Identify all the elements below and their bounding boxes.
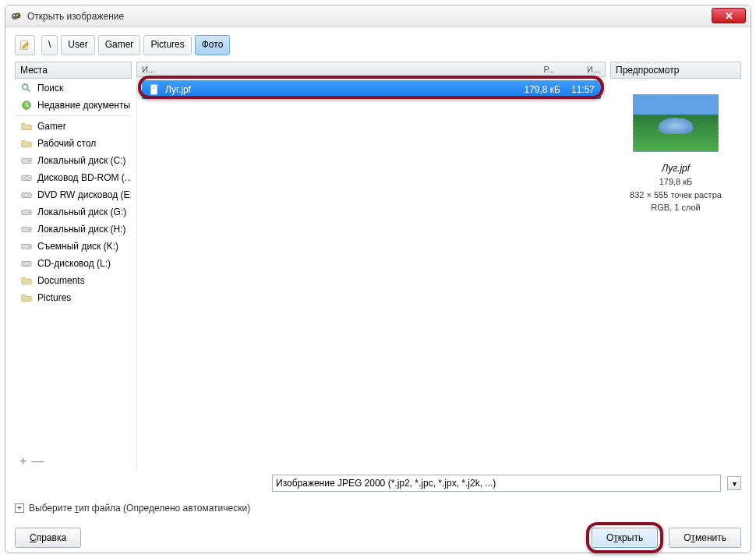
places-item-label: Локальный диск (G:): [37, 207, 126, 217]
filetype-label: Выберите тип файла (Определено автоматич…: [29, 503, 250, 514]
col-name: И...: [142, 65, 500, 74]
places-item[interactable]: DVD RW дисковод (E:): [16, 186, 131, 203]
breadcrumb: \ User Gamer Pictures Фото: [15, 35, 741, 55]
places-item-label: Недавние документы: [37, 100, 130, 111]
preview-dimensions: 832 × 555 точек растра: [630, 189, 722, 202]
places-item[interactable]: Локальный диск (G:): [16, 203, 131, 221]
file-list-panel: И... Р... И... Луг.jpf 179,8 кБ 11:57: [136, 62, 606, 470]
breadcrumb-item-root[interactable]: \: [41, 35, 58, 55]
places-add-remove: + —: [15, 453, 132, 470]
app-icon: [10, 10, 23, 23]
preview-header: Предпросмотр: [610, 62, 741, 79]
svg-point-11: [25, 176, 28, 179]
bdrom-icon: [20, 171, 33, 184]
svg-rect-23: [152, 87, 155, 88]
preview-thumbnail: [633, 94, 719, 152]
svg-rect-24: [152, 88, 155, 89]
preview-size: 179,8 кБ: [630, 175, 722, 189]
preview-mode: RGB, 1 слой: [630, 201, 722, 214]
file-row[interactable]: Луг.jpf 179,8 кБ 11:57: [142, 80, 601, 99]
filter-dropdown-arrow[interactable]: ▾: [727, 476, 741, 490]
places-item-label: DVD RW дисковод (E:): [37, 189, 132, 200]
places-item[interactable]: Съемный диск (K:): [16, 238, 131, 255]
svg-point-19: [29, 246, 30, 248]
folder-icon: [20, 291, 33, 304]
help-button[interactable]: Справка: [15, 528, 81, 548]
svg-point-15: [29, 212, 30, 214]
add-place-button[interactable]: +: [19, 454, 26, 468]
drive-icon: [20, 240, 33, 253]
dvd-icon: [20, 189, 33, 201]
col-time: И...: [561, 65, 600, 74]
col-size: Р...: [500, 65, 555, 74]
breadcrumb-item-user[interactable]: User: [61, 35, 94, 55]
file-icon: [148, 83, 161, 96]
svg-point-13: [25, 193, 28, 196]
breadcrumb-item-pictures[interactable]: Pictures: [143, 35, 191, 55]
svg-point-5: [23, 84, 28, 90]
file-time: 11:57: [571, 84, 595, 95]
places-item[interactable]: Pictures: [16, 289, 131, 306]
preview-filename: Луг.jpf: [662, 163, 690, 174]
titlebar: Открыть изображение ✕: [5, 5, 751, 27]
recent-icon: [20, 99, 33, 111]
close-icon: ✕: [725, 10, 733, 22]
places-item[interactable]: Рабочий стол: [16, 135, 131, 152]
places-item[interactable]: CD-дисковод (L:): [16, 255, 131, 272]
places-item[interactable]: Локальный диск (H:): [16, 221, 131, 238]
filter-text: Изображение JPEG 2000 (*.jp2, *.jpc, *.j…: [276, 478, 496, 489]
svg-point-9: [29, 161, 30, 162]
places-item-label: Рабочий стол: [37, 138, 96, 149]
svg-point-1: [16, 12, 21, 18]
svg-point-3: [16, 14, 18, 16]
open-button[interactable]: Открыть: [592, 528, 658, 548]
places-item-label: Gamer: [37, 121, 66, 132]
places-item-label: Локальный диск (H:): [37, 224, 126, 235]
file-name: Луг.jpf: [165, 84, 519, 95]
expander-icon: +: [15, 503, 24, 513]
window-title: Открыть изображение: [27, 11, 746, 22]
folder-icon: [20, 274, 33, 287]
folder-icon: [20, 120, 33, 132]
svg-point-2: [13, 15, 15, 16]
places-item-label: Documents: [37, 275, 85, 286]
file-list-header[interactable]: И... Р... И...: [136, 62, 606, 77]
places-item-label: Дисковод BD-ROM (...: [37, 172, 132, 183]
folder-icon: [20, 137, 33, 150]
file-size: 179,8 кБ: [524, 84, 560, 95]
preview-meta: 179,8 кБ 832 × 555 точек растра RGB, 1 с…: [630, 175, 722, 214]
close-button[interactable]: ✕: [712, 8, 746, 23]
file-list-body[interactable]: Луг.jpf 179,8 кБ 11:57: [136, 77, 606, 470]
breadcrumb-item-gamer[interactable]: Gamer: [98, 35, 141, 55]
svg-point-17: [29, 229, 30, 231]
places-list: ПоискНедавние документыGamerРабочий стол…: [15, 79, 132, 453]
places-panel: Места ПоискНедавние документыGamerРабочи…: [15, 62, 132, 470]
places-item[interactable]: Documents: [16, 272, 131, 289]
filetype-expander-row[interactable]: + Выберите тип файла (Определено автомат…: [15, 503, 741, 514]
drive-icon: [20, 154, 33, 167]
places-item-label: CD-дисковод (L:): [37, 258, 111, 269]
search-icon: [20, 82, 33, 94]
places-item-label: Съемный диск (K:): [37, 241, 118, 252]
edit-path-button[interactable]: [15, 35, 35, 55]
places-item[interactable]: Локальный диск (C:): [16, 152, 131, 169]
svg-line-6: [27, 89, 30, 92]
drive-icon: [20, 223, 33, 235]
svg-rect-22: [151, 85, 157, 94]
cancel-button[interactable]: Отменить: [669, 528, 741, 548]
remove-place-button[interactable]: —: [31, 454, 44, 468]
preview-panel: Предпросмотр Луг.jpf 179,8 кБ 832 × 555 …: [610, 62, 741, 470]
cd-icon: [20, 257, 33, 270]
file-filter-select[interactable]: Изображение JPEG 2000 (*.jp2, *.jpc, *.j…: [272, 475, 721, 492]
chevron-down-icon: ▾: [733, 479, 737, 488]
breadcrumb-item-current[interactable]: Фото: [195, 35, 231, 55]
places-item-label: Поиск: [37, 83, 63, 94]
places-item[interactable]: Поиск: [16, 79, 131, 97]
places-item[interactable]: Дисковод BD-ROM (...: [16, 169, 131, 186]
places-item[interactable]: Недавние документы: [16, 97, 131, 114]
places-item[interactable]: Gamer: [16, 118, 131, 135]
drive-icon: [20, 206, 33, 218]
svg-point-21: [25, 262, 28, 265]
places-item-label: Локальный диск (C:): [37, 155, 126, 166]
places-header: Места: [15, 62, 132, 79]
